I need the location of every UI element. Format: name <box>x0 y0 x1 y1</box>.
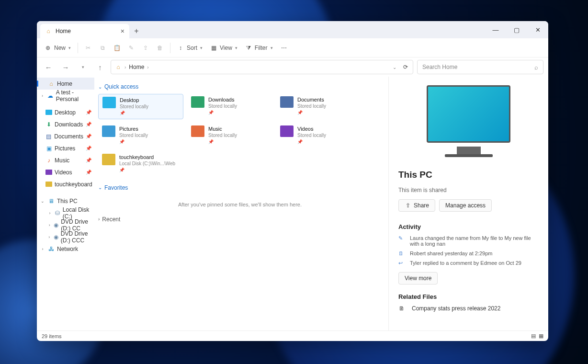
pin-icon[interactable]: 📌 <box>86 134 91 139</box>
main-area: ⌄ Quick access Desktop Stored locally 📌 … <box>94 77 548 330</box>
cut-button[interactable]: ✂ <box>81 41 95 55</box>
search-input[interactable]: Search Home ⌕ <box>417 60 543 74</box>
share-icon: ⇪ <box>405 202 411 209</box>
nav-downloads[interactable]: ⬇ Downloads 📌 <box>37 118 94 130</box>
disk-icon: ⛁ <box>55 210 60 216</box>
delete-button[interactable]: 🗑 <box>153 41 167 55</box>
cut-icon: ✂ <box>85 45 91 51</box>
thumbnails-view-button[interactable]: ▦ <box>539 333 543 339</box>
tab-home[interactable]: ⌂ Home × <box>40 24 129 38</box>
nav-videos[interactable]: Videos 📌 <box>37 166 94 178</box>
nav-localdisk[interactable]: › ⛁ Local Disk (C:) <box>37 207 94 219</box>
sort-button[interactable]: ↕ Sort ▾ <box>173 41 206 55</box>
nav-dvd2[interactable]: › ◉ DVD Drive (D:) CCC <box>37 231 94 243</box>
manage-access-button[interactable]: Manage access <box>439 199 492 212</box>
pc-thumbnail <box>427 85 510 157</box>
view-mode-buttons: ▤ ▦ <box>531 333 543 339</box>
breadcrumb-home[interactable]: Home <box>129 64 144 70</box>
view-more-button[interactable]: View more <box>398 272 438 284</box>
forward-button[interactable]: → <box>59 60 72 74</box>
refresh-button[interactable]: ⟳ <box>402 64 409 70</box>
nav-label: Desktop <box>55 109 76 116</box>
quick-tile-touchkeyboard[interactable]: touchkeyboard Local Disk (C:)\Win...\Web… <box>98 151 183 176</box>
view-button[interactable]: ▦ View ▾ <box>206 41 241 55</box>
nav-label: Videos <box>55 169 72 176</box>
pin-icon[interactable]: 📌 <box>86 122 91 127</box>
new-label: New <box>54 45 66 51</box>
quick-tile-desktop[interactable]: Desktop Stored locally 📌 <box>98 94 183 119</box>
share-button[interactable]: ⇪ <box>138 41 153 55</box>
nav-network[interactable]: › 🖧 Network <box>37 243 94 255</box>
chevron-right-icon: › <box>98 216 100 222</box>
section-label: Recent <box>102 216 120 223</box>
share-button[interactable]: ⇪ Share <box>398 199 435 212</box>
tile-location: Stored locally <box>297 103 326 109</box>
new-tab-button[interactable]: + <box>129 24 144 38</box>
close-tab-icon[interactable]: × <box>121 27 124 35</box>
new-button[interactable]: ⊕ New ▾ <box>41 41 75 55</box>
quick-tile-documents[interactable]: Documents Stored locally 📌 <box>276 94 362 119</box>
address-bar[interactable]: ⌂ › Home › ⌄ ⟳ <box>111 60 413 74</box>
pin-icon[interactable]: 📌 <box>86 170 91 175</box>
up-button[interactable]: ↑ <box>93 60 107 74</box>
nav-dvd1[interactable]: › ◉ DVD Drive (D:) CC <box>37 219 94 231</box>
quick-tile-pictures[interactable]: Pictures Stored locally 📌 <box>98 123 183 148</box>
chevron-down-icon: ▾ <box>235 46 237 50</box>
nav-label: DVD Drive (D:) CC <box>61 218 94 232</box>
quick-access-header[interactable]: ⌄ Quick access <box>98 83 382 90</box>
paste-icon: 📋 <box>113 45 120 51</box>
close-window-button[interactable]: ✕ <box>527 21 548 38</box>
nav-touchkeyboard[interactable]: touchkeyboard <box>37 178 94 190</box>
quick-tile-music[interactable]: Music Stored locally 📌 <box>187 123 272 148</box>
tile-info: Desktop Stored locally 📌 <box>120 97 148 116</box>
quick-tile-downloads[interactable]: Downloads Stored locally 📌 <box>187 94 272 119</box>
copy-button[interactable]: ⧉ <box>95 41 110 55</box>
chevron-down-icon: ▾ <box>200 46 203 50</box>
nav-pictures[interactable]: ▣ Pictures 📌 <box>37 142 94 154</box>
document-icon: 🗎 <box>398 305 405 312</box>
nav-home[interactable]: ⌂ Home <box>37 78 94 90</box>
minimize-button[interactable]: ― <box>485 21 506 38</box>
expand-icon[interactable]: › <box>47 235 51 239</box>
related-file[interactable]: 🗎 Company stats press release 2022 <box>398 305 539 312</box>
pin-icon[interactable]: 📌 <box>86 146 91 151</box>
chevron-down-icon: ▾ <box>68 46 71 50</box>
recent-locations-button[interactable]: ▾ <box>76 60 90 74</box>
recent-header[interactable]: › Recent <box>98 216 382 223</box>
expand-icon[interactable]: › <box>47 211 52 216</box>
nav-documents[interactable]: ▤ Documents 📌 <box>37 130 94 142</box>
nav-personal[interactable]: › ☁ A test - Personal <box>37 90 94 102</box>
tile-name: Desktop <box>120 97 148 103</box>
search-placeholder: Search Home <box>422 64 457 70</box>
expand-icon[interactable]: › <box>40 247 45 251</box>
expand-icon[interactable]: › <box>40 93 45 98</box>
folder-icon <box>191 125 204 137</box>
favorites-header[interactable]: ⌄ Favorites <box>98 184 382 191</box>
nav-desktop[interactable]: Desktop 📌 <box>37 106 94 118</box>
paste-button[interactable]: 📋 <box>110 41 124 55</box>
pin-icon[interactable]: 📌 <box>86 110 91 115</box>
maximize-button[interactable]: ▢ <box>506 21 527 38</box>
details-view-button[interactable]: ▤ <box>531 333 536 339</box>
quick-tile-videos[interactable]: Videos Stored locally 📌 <box>276 123 362 148</box>
rename-button[interactable]: ✎ <box>124 41 138 55</box>
copy-icon: ⧉ <box>99 45 106 51</box>
pin-icon: 📌 <box>120 111 148 116</box>
expand-icon[interactable]: › <box>47 223 51 228</box>
filter-button[interactable]: ⧩ Filter ▾ <box>241 41 277 55</box>
network-icon: 🖧 <box>48 246 55 252</box>
chevron-down-icon: ⌄ <box>98 185 102 190</box>
collapse-icon[interactable]: ⌄ <box>40 199 45 204</box>
pin-icon[interactable]: 📌 <box>86 158 91 163</box>
folder-icon <box>280 96 294 108</box>
more-button[interactable]: ⋯ <box>277 41 291 55</box>
desktop-icon <box>45 110 52 115</box>
music-icon: ♪ <box>45 157 52 164</box>
sort-icon: ↕ <box>177 45 184 51</box>
back-button[interactable]: ← <box>42 60 55 74</box>
nav-thispc[interactable]: ⌄ 🖥 This PC <box>37 195 94 207</box>
chevron-down-icon[interactable]: ⌄ <box>393 65 396 70</box>
nav-music[interactable]: ♪ Music 📌 <box>37 154 94 166</box>
documents-icon: ▤ <box>45 133 52 140</box>
activity-item: ↩Tyler replied to a comment by Edmee on … <box>398 260 539 266</box>
